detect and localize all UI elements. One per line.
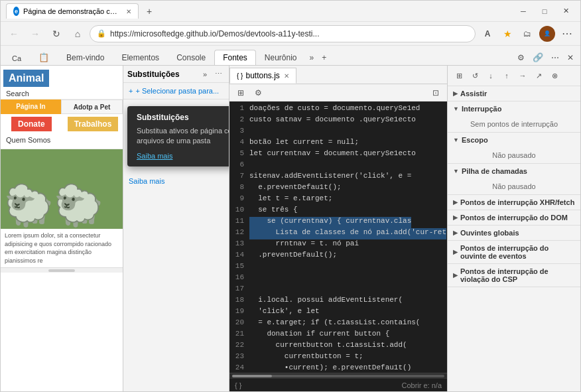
editor-toolbar: ⊞ ⚙ ⊡	[229, 84, 447, 101]
debug-arrow: ▼	[453, 137, 459, 143]
file-icon: { }	[237, 72, 243, 80]
debug-section-header[interactable]: ▼Interrupção	[448, 101, 580, 116]
tabs-overflow-btn[interactable]: »	[306, 50, 318, 65]
site-about: Quem Somos	[1, 134, 123, 146]
favorites-btn[interactable]: ★	[498, 25, 517, 43]
scrollbar-thumb	[48, 269, 75, 272]
minimize-btn[interactable]: ─	[514, 2, 533, 21]
collections-btn[interactable]: 🗂	[518, 25, 537, 43]
back-btn[interactable]: ←	[5, 25, 23, 43]
title-bar-controls: ─ □ ✕	[514, 2, 575, 21]
debug-section-header[interactable]: ▶Pontos de interrupção de violação do CS…	[448, 264, 580, 287]
learn-more-secondary-link[interactable]: Saiba mais	[123, 173, 229, 189]
devtools-ca-tab[interactable]: Ca	[3, 51, 30, 65]
substitutions-panel: Substituições » ⋯ + + Selecionar pasta p…	[123, 66, 229, 391]
home-btn[interactable]: ⌂	[68, 25, 87, 43]
debug-toolbar-btn[interactable]: ⊞	[452, 68, 466, 83]
devtools-experiments-btn[interactable]: 🔗	[529, 50, 547, 65]
substitutions-more-btn[interactable]: ⋯	[212, 68, 225, 80]
refresh-btn[interactable]: ↻	[47, 25, 66, 43]
substitutions-overflow-btn[interactable]: »	[200, 69, 210, 80]
editor-tab-buttons-js[interactable]: { } buttons.js ✕	[229, 68, 296, 84]
profile-btn[interactable]: 👤	[538, 25, 556, 43]
debug-toolbar-btn[interactable]: ⊗	[547, 68, 562, 83]
debug-toolbar-btn[interactable]: ↗	[531, 68, 546, 83]
website-preview-panel: Animal Página In Search Página In Adotp …	[1, 66, 123, 391]
debug-section-label: Assistir	[460, 90, 487, 98]
footer-icon: { }	[235, 381, 241, 389]
substitutions-header: Substituições » ⋯	[123, 66, 229, 83]
tab-neuronio[interactable]: Neurônio	[256, 50, 306, 65]
new-devtools-tab-btn[interactable]: +	[318, 50, 330, 65]
more-btn[interactable]: ⋯	[558, 25, 576, 43]
site-menu-pagina[interactable]: Página In	[1, 99, 61, 114]
site-navigation: Animal Página In Search Página In Adotp …	[1, 66, 123, 149]
browser-tab[interactable]: e Página de demonstração com acessibilid…	[6, 3, 139, 19]
code-line: 13 rrntnav = t. nó pai	[229, 239, 447, 251]
debug-arrow: ▶	[453, 272, 458, 279]
code-line: 4botão let current = null;	[229, 138, 447, 149]
code-footer: { } Cobrir e: n/a	[229, 378, 447, 391]
debug-section: ▼EscopoNão pausado	[448, 133, 580, 164]
forward-btn[interactable]: →	[26, 25, 44, 43]
debug-section-header[interactable]: ▶Pontos de interrupção XHR/fetch	[448, 195, 580, 210]
code-editor-area[interactable]: 1doações de custo = documento.querySe1ed…	[229, 101, 447, 391]
code-line: 5let currentnav = document.querySe1ecto	[229, 149, 447, 161]
debug-sections: ▶Assistir▼InterrupçãoSem pontos de inter…	[448, 86, 580, 287]
debug-arrow: ▼	[453, 168, 459, 174]
code-line: 21 donation if current button {	[229, 330, 447, 341]
site-menu-row1: Página In Adotp a Pet	[1, 99, 123, 114]
debug-section-header[interactable]: ▶Pontos de interrupção do DOM	[448, 210, 580, 225]
address-text: https://microsoftedge.github.io/Demos/de…	[110, 29, 468, 38]
tab-fontes[interactable]: Fontes	[214, 50, 256, 65]
tab-bem-vindo[interactable]: Bem-vindo	[58, 50, 113, 65]
debug-section: ▶Pontos de interrupção XHR/fetch	[448, 195, 580, 210]
tab-console[interactable]: Console	[168, 50, 214, 65]
debug-section-header[interactable]: ▶Pontos de interrupção do ouvinte de eve…	[448, 241, 580, 263]
site-jobs-btn[interactable]: Trabalhos	[68, 117, 119, 131]
site-donate-btn[interactable]: Donate	[11, 117, 52, 131]
debug-toolbar-btn[interactable]: →	[515, 68, 530, 83]
scrollbar-thumb	[232, 375, 272, 377]
address-bar[interactable]: 🔒 https://microsoftedge.github.io/Demos/…	[90, 25, 476, 42]
code-line: 8 e.preventDefau1t();	[229, 183, 447, 194]
site-menu-adotp[interactable]: Adotp a Pet	[61, 99, 123, 114]
editor-settings-btn[interactable]: ⚙	[251, 86, 265, 100]
debug-section-header[interactable]: ▼Pilha de chamadas	[448, 164, 580, 178]
maximize-btn[interactable]: □	[535, 2, 554, 21]
close-file-btn[interactable]: ✕	[284, 72, 289, 80]
nav-right-icons: A ★ 🗂 👤 ⋯	[478, 25, 576, 43]
devtools-screenshot-btn[interactable]: 📋	[30, 49, 58, 65]
read-aloud-btn[interactable]: A	[478, 25, 497, 43]
site-search: Search	[1, 88, 123, 99]
horizontal-scrollbar[interactable]	[229, 373, 447, 378]
code-line: 19 'click', e let	[229, 307, 447, 318]
add-folder-btn[interactable]: + + Selecionar pasta para...	[123, 83, 229, 99]
devtools-more-btn[interactable]: ⋯	[547, 50, 563, 65]
tab-close-icon[interactable]: ✕	[126, 8, 131, 15]
close-btn[interactable]: ✕	[556, 2, 575, 21]
site-scrollbar-h[interactable]	[1, 267, 123, 273]
devtools-close-btn[interactable]: ✕	[563, 50, 578, 65]
debug-toolbar-btn[interactable]: ↺	[468, 68, 482, 83]
debug-section-header[interactable]: ▶Ouvintes globais	[448, 226, 580, 240]
devtools-settings-btn[interactable]: ⚙	[513, 50, 529, 65]
new-tab-btn[interactable]: +	[141, 3, 157, 19]
code-line: 16	[229, 273, 447, 285]
debug-section-header[interactable]: ▶Assistir	[448, 86, 580, 101]
lock-icon: 🔒	[97, 29, 106, 38]
add-folder-label: + Selecionar pasta para...	[135, 87, 219, 95]
debug-toolbar-btn[interactable]: ↑	[499, 68, 514, 83]
debug-toolbar-btn[interactable]: ↓	[484, 68, 498, 83]
format-btn[interactable]: ⊞	[233, 86, 248, 100]
code-line: 11 se (currentnav) { currentnav.clas	[229, 217, 447, 228]
debug-section-header[interactable]: ▼Escopo	[448, 133, 580, 147]
tab-elementos[interactable]: Elementos	[113, 50, 168, 65]
code-line: 1doações de custo = documento.querySe1ed	[229, 104, 447, 115]
debug-section-body: Não pausado	[448, 147, 580, 163]
expand-btn[interactable]: ⊡	[428, 86, 443, 100]
tab-title: Página de demonstração com acessibilidad…	[23, 7, 119, 15]
code-line: 7sitenav.addEventListener('click', e =	[229, 172, 447, 183]
debug-arrow: ▶	[453, 229, 458, 236]
tooltip-learn-more-link[interactable]: Saiba mais	[137, 152, 172, 160]
